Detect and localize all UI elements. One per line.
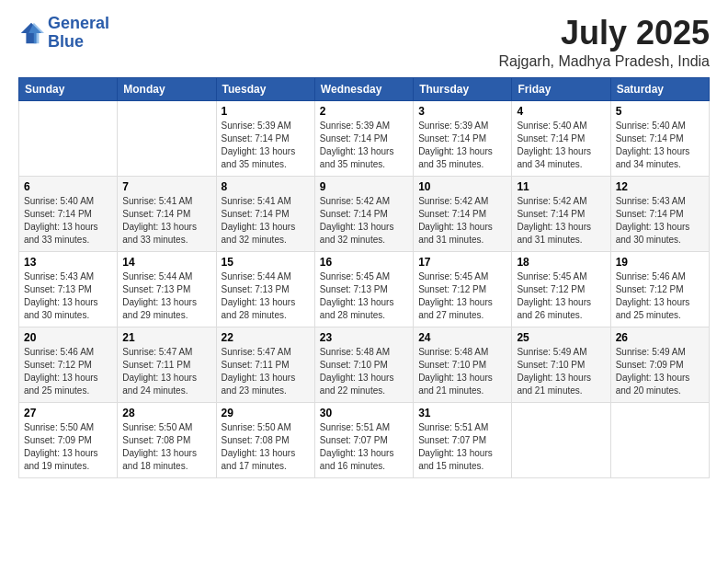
day-number: 31 (418, 407, 506, 419)
day-info: Sunrise: 5:42 AM Sunset: 7:14 PM Dayligh… (418, 195, 506, 247)
logo-icon (18, 20, 44, 46)
day-number: 25 (517, 331, 605, 344)
day-info: Sunrise: 5:43 AM Sunset: 7:14 PM Dayligh… (616, 195, 704, 247)
day-info: Sunrise: 5:42 AM Sunset: 7:14 PM Dayligh… (320, 195, 408, 247)
day-number: 9 (320, 180, 408, 193)
calendar-cell: 22Sunrise: 5:47 AM Sunset: 7:11 PM Dayli… (216, 327, 314, 402)
calendar-cell: 1Sunrise: 5:39 AM Sunset: 7:14 PM Daylig… (216, 100, 314, 176)
calendar-table: SundayMondayTuesdayWednesdayThursdayFrid… (18, 77, 710, 478)
calendar-cell: 23Sunrise: 5:48 AM Sunset: 7:10 PM Dayli… (314, 327, 413, 402)
day-info: Sunrise: 5:49 AM Sunset: 7:10 PM Dayligh… (517, 346, 605, 397)
day-info: Sunrise: 5:47 AM Sunset: 7:11 PM Dayligh… (222, 346, 310, 397)
calendar-cell (19, 100, 118, 176)
day-number: 8 (222, 180, 310, 193)
calendar-week-3: 13Sunrise: 5:43 AM Sunset: 7:13 PM Dayli… (19, 251, 710, 327)
calendar-cell: 14Sunrise: 5:44 AM Sunset: 7:13 PM Dayli… (118, 251, 216, 327)
day-number: 12 (616, 180, 704, 193)
day-info: Sunrise: 5:47 AM Sunset: 7:11 PM Dayligh… (122, 346, 210, 397)
weekday-header-tuesday: Tuesday (216, 77, 314, 100)
weekday-header-sunday: Sunday (19, 77, 118, 100)
calendar-cell: 15Sunrise: 5:44 AM Sunset: 7:13 PM Dayli… (216, 251, 314, 327)
header: General Blue July 2025 Rajgarh, Madhya P… (18, 15, 710, 70)
weekday-header-row: SundayMondayTuesdayWednesdayThursdayFrid… (19, 77, 710, 100)
day-number: 6 (24, 180, 112, 193)
day-info: Sunrise: 5:48 AM Sunset: 7:10 PM Dayligh… (418, 346, 506, 397)
day-info: Sunrise: 5:50 AM Sunset: 7:08 PM Dayligh… (222, 421, 310, 473)
day-info: Sunrise: 5:46 AM Sunset: 7:12 PM Dayligh… (616, 270, 704, 322)
day-number: 20 (24, 331, 112, 344)
calendar-cell: 25Sunrise: 5:49 AM Sunset: 7:10 PM Dayli… (512, 327, 610, 402)
calendar-cell: 21Sunrise: 5:47 AM Sunset: 7:11 PM Dayli… (118, 327, 216, 402)
calendar-cell: 28Sunrise: 5:50 AM Sunset: 7:08 PM Dayli… (118, 402, 216, 477)
calendar-cell: 31Sunrise: 5:51 AM Sunset: 7:07 PM Dayli… (414, 402, 512, 477)
day-number: 11 (517, 180, 605, 193)
day-number: 18 (517, 256, 605, 269)
day-number: 2 (320, 105, 408, 118)
day-info: Sunrise: 5:50 AM Sunset: 7:09 PM Dayligh… (24, 421, 112, 473)
day-number: 23 (320, 331, 408, 344)
calendar-cell: 26Sunrise: 5:49 AM Sunset: 7:09 PM Dayli… (610, 327, 709, 402)
calendar-cell: 17Sunrise: 5:45 AM Sunset: 7:12 PM Dayli… (414, 251, 512, 327)
calendar-cell: 24Sunrise: 5:48 AM Sunset: 7:10 PM Dayli… (414, 327, 512, 402)
day-info: Sunrise: 5:44 AM Sunset: 7:13 PM Dayligh… (222, 270, 310, 322)
calendar-cell: 3Sunrise: 5:39 AM Sunset: 7:14 PM Daylig… (414, 100, 512, 176)
day-number: 13 (24, 256, 112, 269)
calendar-cell: 13Sunrise: 5:43 AM Sunset: 7:13 PM Dayli… (19, 251, 118, 327)
page: General Blue July 2025 Rajgarh, Madhya P… (0, 0, 728, 563)
day-number: 3 (418, 105, 506, 118)
day-number: 1 (222, 105, 310, 118)
day-number: 26 (616, 331, 704, 344)
calendar-cell: 18Sunrise: 5:45 AM Sunset: 7:12 PM Dayli… (512, 251, 610, 327)
calendar-week-1: 1Sunrise: 5:39 AM Sunset: 7:14 PM Daylig… (19, 100, 710, 176)
day-number: 10 (418, 180, 506, 193)
day-number: 22 (222, 331, 310, 344)
day-info: Sunrise: 5:39 AM Sunset: 7:14 PM Dayligh… (418, 120, 506, 171)
weekday-header-monday: Monday (118, 77, 216, 100)
day-number: 7 (122, 180, 210, 193)
day-number: 28 (122, 407, 210, 419)
day-info: Sunrise: 5:41 AM Sunset: 7:14 PM Dayligh… (122, 195, 210, 247)
day-info: Sunrise: 5:49 AM Sunset: 7:09 PM Dayligh… (616, 346, 704, 397)
location-title: Rajgarh, Madhya Pradesh, India (499, 53, 710, 70)
day-number: 19 (616, 256, 704, 269)
calendar-cell (118, 100, 216, 176)
calendar-cell: 27Sunrise: 5:50 AM Sunset: 7:09 PM Dayli… (19, 402, 118, 477)
day-info: Sunrise: 5:51 AM Sunset: 7:07 PM Dayligh… (320, 421, 408, 473)
logo-text: General Blue (48, 15, 109, 52)
weekday-header-saturday: Saturday (610, 77, 709, 100)
day-info: Sunrise: 5:42 AM Sunset: 7:14 PM Dayligh… (517, 195, 605, 247)
logo: General Blue (18, 15, 109, 52)
day-info: Sunrise: 5:51 AM Sunset: 7:07 PM Dayligh… (418, 421, 506, 473)
day-info: Sunrise: 5:40 AM Sunset: 7:14 PM Dayligh… (517, 120, 605, 171)
day-number: 30 (320, 407, 408, 419)
day-info: Sunrise: 5:43 AM Sunset: 7:13 PM Dayligh… (24, 270, 112, 322)
day-info: Sunrise: 5:45 AM Sunset: 7:12 PM Dayligh… (418, 270, 506, 322)
day-info: Sunrise: 5:45 AM Sunset: 7:13 PM Dayligh… (320, 270, 408, 322)
day-number: 27 (24, 407, 112, 419)
day-number: 16 (320, 256, 408, 269)
day-number: 14 (122, 256, 210, 269)
calendar-cell: 7Sunrise: 5:41 AM Sunset: 7:14 PM Daylig… (118, 176, 216, 251)
day-number: 21 (122, 331, 210, 344)
calendar-cell: 11Sunrise: 5:42 AM Sunset: 7:14 PM Dayli… (512, 176, 610, 251)
calendar-cell: 20Sunrise: 5:46 AM Sunset: 7:12 PM Dayli… (19, 327, 118, 402)
calendar-cell: 6Sunrise: 5:40 AM Sunset: 7:14 PM Daylig… (19, 176, 118, 251)
day-number: 4 (517, 105, 605, 118)
calendar-cell: 9Sunrise: 5:42 AM Sunset: 7:14 PM Daylig… (314, 176, 413, 251)
calendar-cell: 5Sunrise: 5:40 AM Sunset: 7:14 PM Daylig… (610, 100, 709, 176)
calendar-week-5: 27Sunrise: 5:50 AM Sunset: 7:09 PM Dayli… (19, 402, 710, 477)
day-number: 15 (222, 256, 310, 269)
weekday-header-thursday: Thursday (414, 77, 512, 100)
day-number: 17 (418, 256, 506, 269)
day-info: Sunrise: 5:44 AM Sunset: 7:13 PM Dayligh… (122, 270, 210, 322)
calendar-week-2: 6Sunrise: 5:40 AM Sunset: 7:14 PM Daylig… (19, 176, 710, 251)
day-info: Sunrise: 5:40 AM Sunset: 7:14 PM Dayligh… (24, 195, 112, 247)
day-info: Sunrise: 5:39 AM Sunset: 7:14 PM Dayligh… (320, 120, 408, 171)
calendar-week-4: 20Sunrise: 5:46 AM Sunset: 7:12 PM Dayli… (19, 327, 710, 402)
day-info: Sunrise: 5:45 AM Sunset: 7:12 PM Dayligh… (517, 270, 605, 322)
weekday-header-friday: Friday (512, 77, 610, 100)
calendar-cell: 29Sunrise: 5:50 AM Sunset: 7:08 PM Dayli… (216, 402, 314, 477)
weekday-header-wednesday: Wednesday (314, 77, 413, 100)
calendar-cell: 30Sunrise: 5:51 AM Sunset: 7:07 PM Dayli… (314, 402, 413, 477)
day-info: Sunrise: 5:48 AM Sunset: 7:10 PM Dayligh… (320, 346, 408, 397)
